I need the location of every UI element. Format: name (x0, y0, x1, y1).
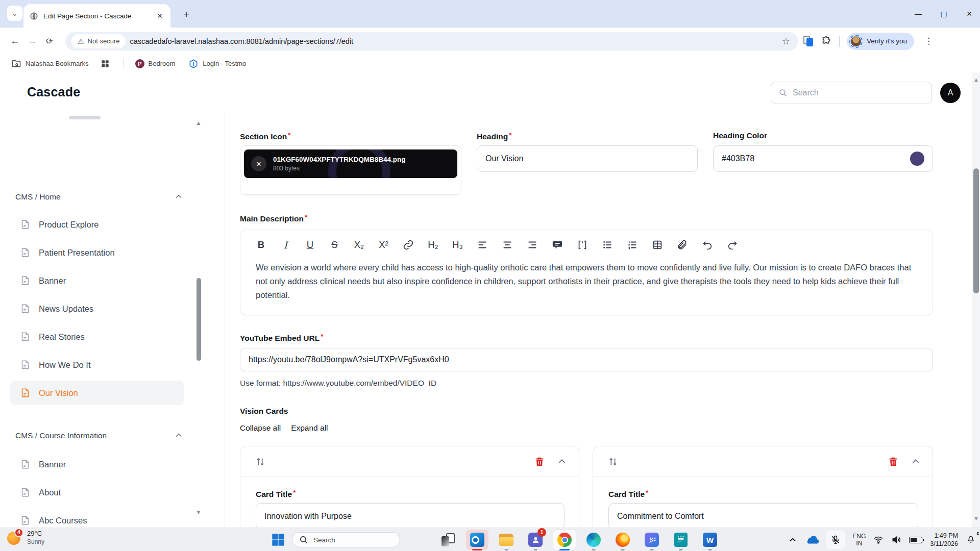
superscript-button[interactable]: X² (378, 238, 389, 251)
quote-icon[interactable] (552, 238, 563, 251)
collapse-card-icon[interactable] (556, 456, 568, 467)
heading2-button[interactable]: H₂ (428, 238, 438, 251)
user-avatar[interactable]: A (940, 83, 961, 103)
notifications-button[interactable]: z (966, 534, 976, 546)
scrollbar-down-icon[interactable]: ▼ (973, 515, 979, 521)
window-maximize-button[interactable]: ▢ (938, 10, 949, 18)
tab-close-icon[interactable]: ✕ (155, 11, 164, 20)
sidebar-item-abc-courses[interactable]: Abc Courses (10, 508, 184, 528)
back-icon[interactable]: ← (6, 33, 23, 50)
battery-icon[interactable] (909, 537, 922, 543)
sidebar-item-product-explore[interactable]: Product Explore (10, 212, 184, 237)
undo-icon[interactable] (702, 238, 713, 251)
extensions-puzzle-icon[interactable] (821, 36, 832, 47)
link-icon[interactable] (403, 238, 414, 251)
wifi-icon[interactable] (873, 535, 884, 545)
delete-card-icon[interactable] (534, 456, 545, 467)
edge-app-button[interactable] (582, 530, 605, 550)
heading-input[interactable] (485, 154, 689, 163)
scrollbar-thumb[interactable] (973, 168, 979, 293)
taskbar-search[interactable]: Search (292, 532, 400, 547)
clock-widget[interactable]: 1:49 PM 3/11/2026 (930, 532, 958, 548)
subscript-button[interactable]: X₂ (354, 238, 364, 251)
bookmark-bedroom[interactable]: P Bedroom (135, 59, 176, 68)
outlook-app-button[interactable] (466, 530, 488, 550)
bold-button[interactable]: B (256, 238, 266, 251)
tab-copy-icon[interactable] (803, 36, 814, 47)
remove-file-button[interactable]: ✕ (251, 156, 266, 171)
sidebar-item-about[interactable]: About (10, 480, 184, 505)
word-app-button[interactable]: W (699, 530, 721, 550)
card-title-input[interactable] (617, 512, 910, 521)
align-right-icon[interactable] (527, 238, 538, 251)
sidebar-item-our-vision[interactable]: Our Vision (10, 381, 184, 405)
task-view-button[interactable] (437, 530, 459, 550)
browser-menu-icon[interactable]: ⋮ (924, 36, 933, 46)
bookmark-apps-grid[interactable] (100, 59, 110, 69)
table-icon[interactable] (652, 238, 663, 251)
language-indicator[interactable]: ENG IN (852, 533, 866, 547)
sort-handle-icon[interactable] (607, 456, 619, 467)
bookmark-star-icon[interactable]: ☆ (780, 36, 792, 47)
browser-tab[interactable]: Edit Page Section - Cascade ✕ (23, 4, 170, 28)
sidebar-item-banner[interactable]: Banner (10, 268, 184, 293)
italic-button[interactable]: I (280, 238, 291, 251)
sort-handle-icon[interactable] (255, 456, 266, 467)
search-input[interactable] (793, 88, 924, 97)
sidebar-item-real-stories[interactable]: Real Stories (10, 324, 184, 349)
sidebar-section-cms-home[interactable]: CMS / Home (15, 191, 184, 203)
color-swatch[interactable] (910, 152, 924, 166)
new-tab-button[interactable]: + (180, 8, 193, 21)
firefox-app-button[interactable] (611, 530, 634, 550)
sidebar-item-news-updates[interactable]: News Updates (10, 296, 184, 321)
attachment-icon[interactable] (677, 238, 688, 251)
sidebar-scroll-down-icon[interactable]: ▼ (195, 509, 202, 516)
section-icon-dropzone[interactable]: ✕ 01KGF60W04XPFTYTRKDQMB8B44.png 803 byt… (240, 145, 461, 195)
chevron-up-icon[interactable] (174, 192, 184, 202)
not-secure-chip[interactable]: ⚠ Not secure (71, 34, 126, 48)
bookmark-testmo[interactable]: Login - Testmo (188, 59, 246, 69)
reload-icon[interactable]: ⟳ (41, 33, 58, 50)
forward-icon[interactable]: → (23, 33, 41, 50)
align-center-icon[interactable] (502, 238, 513, 251)
window-minimize-button[interactable]: — (913, 10, 924, 18)
expand-all-link[interactable]: Expand all (291, 423, 328, 433)
delete-card-icon[interactable] (888, 456, 899, 467)
numbered-list-icon[interactable] (627, 238, 638, 251)
brand-logo[interactable]: Cascade (27, 85, 80, 99)
code-block-icon[interactable] (577, 238, 588, 251)
teams-app-button[interactable]: 1 (524, 530, 547, 550)
volume-icon[interactable] (891, 535, 901, 545)
verify-profile-chip[interactable]: Verify it's you (847, 33, 914, 50)
sidebar-item-patient-presentation[interactable]: Patient Presentation (10, 240, 184, 265)
card-title-input[interactable] (264, 512, 556, 521)
sidebar-scroll-up-icon[interactable]: ▲ (195, 119, 202, 127)
app-search[interactable] (771, 82, 932, 104)
url-text[interactable]: cascadedafo-laravel.nalashaa.com:8081/ad… (130, 37, 779, 45)
sidebar-item-course-banner[interactable]: Banner (10, 452, 184, 477)
sidebar-scrollbar-thumb[interactable] (197, 278, 201, 361)
address-bar[interactable]: ⚠ Not secure cascadedafo-laravel.nalasha… (65, 32, 798, 51)
redo-icon[interactable] (727, 238, 738, 251)
page-scrollbar[interactable]: ▲ ▼ (972, 72, 980, 528)
heading3-button[interactable]: H₃ (452, 238, 463, 251)
youtube-url-input[interactable] (249, 355, 924, 364)
align-left-icon[interactable] (477, 238, 488, 251)
onedrive-icon[interactable] (805, 535, 819, 544)
sidebar-item-how-we-do-it[interactable]: How We Do It (10, 353, 184, 377)
chevron-up-icon[interactable] (174, 431, 184, 441)
sidebar-section-cms-course-info[interactable]: CMS / Course Information (15, 430, 184, 442)
start-button[interactable] (271, 533, 285, 547)
strikethrough-button[interactable]: S (329, 238, 340, 251)
bulleted-list-icon[interactable] (602, 238, 613, 251)
tray-chevron-up-icon[interactable] (788, 535, 798, 545)
heading-color-input[interactable] (722, 154, 904, 163)
tab-search-chevron-icon[interactable]: ⌄ (7, 6, 22, 21)
collapse-all-link[interactable]: Collapse all (240, 423, 281, 433)
scrollbar-up-icon[interactable]: ▲ (973, 77, 979, 83)
planner-app-button[interactable] (641, 530, 663, 550)
description-textarea[interactable]: We envision a world where every child ha… (240, 254, 933, 302)
bookmark-folder[interactable]: Nalashaa Bookmarks (11, 59, 89, 69)
underline-button[interactable]: U (305, 238, 315, 251)
microphone-muted-button[interactable] (826, 531, 845, 549)
